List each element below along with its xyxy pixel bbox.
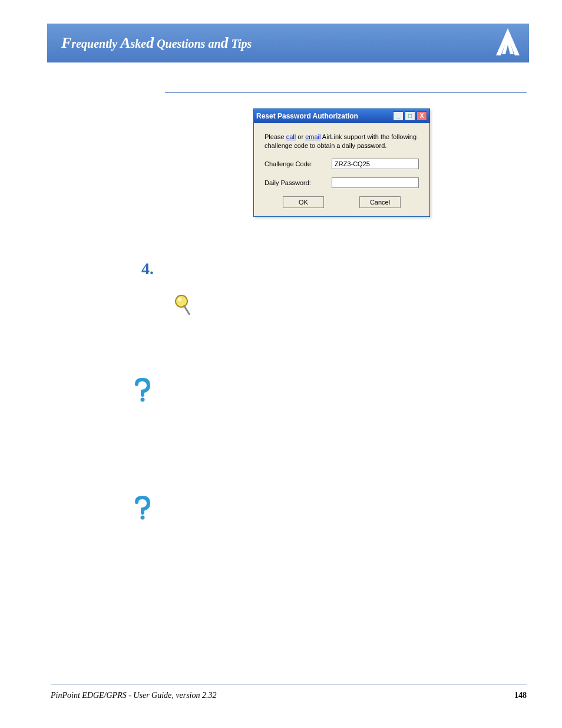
step-item: 4. Enter the daily password you were giv… — [141, 259, 513, 278]
dialog-title: Reset Password Authorization — [256, 112, 393, 120]
cancel-button[interactable]: Cancel — [359, 196, 401, 208]
daily-password-label: Daily Password: — [265, 179, 332, 186]
continuation-paragraph: Wireless Ace shows the RSSI in two ways.… — [167, 589, 513, 627]
challenge-code-label: Challenge Code: — [265, 160, 332, 167]
page-footer: PinPoint EDGE/GPRS - User Guide, version… — [51, 691, 527, 700]
svg-point-3 — [141, 516, 145, 520]
section-rule — [165, 92, 527, 93]
dialog-titlebar[interactable]: Reset Password Authorization _ □ X — [254, 109, 429, 123]
ok-button[interactable]: OK — [283, 196, 324, 208]
daily-password-input[interactable] — [332, 177, 419, 188]
faq-item: Why is the signal strength RSSI shown in… — [132, 495, 513, 572]
faq-answer: Wireless Ace can only be used with modem… — [161, 392, 513, 454]
minimize-button[interactable]: _ — [393, 111, 404, 121]
step-number: 4. — [141, 259, 167, 278]
header-title: Frequently Asked Questions and Tips — [61, 34, 252, 52]
question-icon — [132, 377, 161, 454]
footer-left: PinPoint EDGE/GPRS - User Guide, version… — [51, 691, 217, 700]
maximize-button[interactable]: □ — [405, 111, 415, 121]
svg-point-2 — [141, 398, 145, 402]
pushpin-icon — [172, 294, 204, 331]
svg-point-1 — [178, 298, 181, 301]
faq-item: Can I use Wireless Ace with my Redwing C… — [132, 377, 513, 454]
faq-question: Can I use Wireless Ace with my Redwing C… — [161, 377, 513, 390]
close-button[interactable]: X — [416, 111, 427, 121]
footer-rule — [51, 684, 527, 684]
faq-question: Why is the signal strength RSSI shown in… — [161, 495, 513, 520]
svg-point-0 — [176, 295, 187, 307]
email-link[interactable]: email — [305, 133, 320, 140]
brand-logo-icon — [490, 25, 525, 60]
call-link[interactable]: call — [286, 133, 296, 140]
note-text: The code you will be given is only valid… — [204, 295, 508, 329]
note-block: Note: The code you will be given is only… — [172, 294, 513, 331]
reset-password-dialog: Reset Password Authorization _ □ X Pleas… — [253, 108, 430, 217]
header-bar: Frequently Asked Questions and Tips — [47, 24, 529, 62]
faq-answer: RSSI (Received Signal Strength Indicator… — [161, 522, 513, 572]
question-icon — [132, 495, 161, 572]
note-header: Note: — [204, 295, 224, 304]
page-number: 148 — [514, 691, 527, 700]
challenge-code-input[interactable] — [332, 159, 419, 169]
dialog-message: Please call or email AirLink support wit… — [265, 133, 419, 150]
step-text: Enter the daily password you were given … — [167, 259, 513, 278]
